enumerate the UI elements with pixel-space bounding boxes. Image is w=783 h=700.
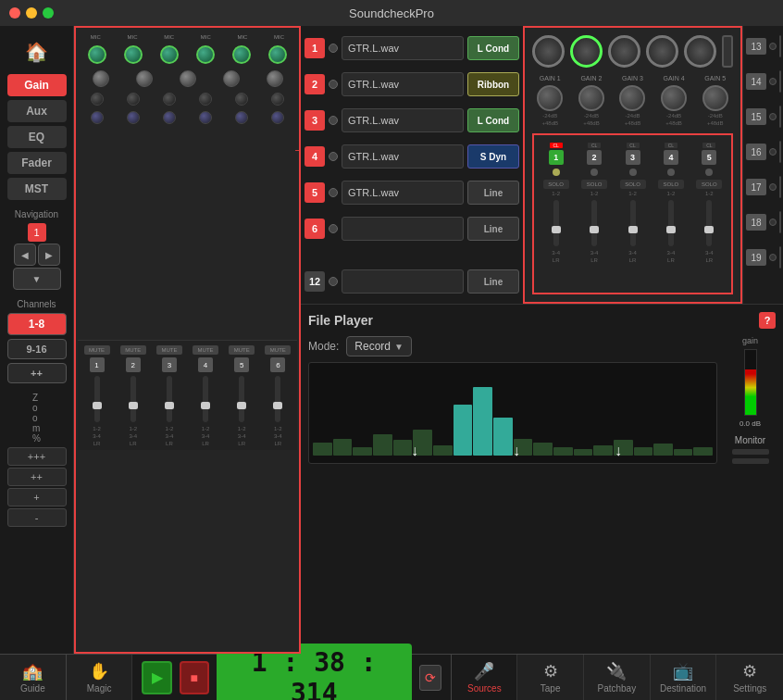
gain-knob-3[interactable]: [160, 45, 179, 64]
aux-knob-1[interactable]: [93, 70, 109, 87]
mute-btn-6[interactable]: MUTE: [265, 345, 291, 355]
mon-fader-1[interactable]: [553, 200, 559, 246]
xlr-input-1[interactable]: [532, 35, 565, 68]
fader-track-5[interactable]: [239, 376, 244, 422]
close-button[interactable]: [9, 7, 20, 19]
rt-name-16[interactable]: [779, 141, 781, 163]
zoom-p-button[interactable]: +: [7, 488, 67, 506]
loop-button[interactable]: ⟳: [419, 665, 442, 691]
eq-knob-2[interactable]: [127, 93, 140, 106]
stop-button[interactable]: ■: [180, 661, 209, 694]
preamp-knob-5[interactable]: [702, 85, 728, 111]
rt-name-17[interactable]: [779, 176, 781, 198]
preamp-knob-2[interactable]: [578, 85, 604, 111]
mode-select[interactable]: Record ▼: [346, 336, 412, 356]
patchbay-tab[interactable]: 🔌 Patchbay: [584, 655, 651, 701]
ch-file-5[interactable]: GTR.L.wav: [342, 181, 464, 205]
preamp-knob-4[interactable]: [661, 85, 687, 111]
mute-btn-1[interactable]: MUTE: [84, 345, 110, 355]
aux-knob-5[interactable]: [267, 70, 283, 87]
solo-btn-2[interactable]: SOLO: [581, 180, 607, 189]
xlr-input-6[interactable]: [722, 35, 733, 68]
mon-fader-2[interactable]: [591, 200, 597, 246]
low-knob-3[interactable]: [163, 111, 176, 124]
xlr-input-4[interactable]: [646, 35, 678, 68]
gain-knob-6[interactable]: [268, 45, 287, 64]
sources-tab[interactable]: 🎤 Sources: [451, 655, 517, 701]
nav-left-button[interactable]: ◀: [14, 244, 36, 266]
mon-fader-5[interactable]: [706, 200, 712, 246]
solo-btn-5[interactable]: SOLO: [696, 180, 722, 189]
destination-tab[interactable]: 📺 Destination: [651, 655, 717, 701]
nav-down-button[interactable]: ▼: [13, 268, 61, 290]
xlr-input-5[interactable]: [684, 35, 716, 68]
play-button[interactable]: ▶: [142, 661, 171, 694]
eq-knob-6[interactable]: [271, 93, 284, 106]
aux-knob-2[interactable]: [136, 70, 153, 87]
zoom-pp-button[interactable]: ++: [7, 468, 67, 486]
channels-pp-button[interactable]: ++: [7, 363, 67, 383]
low-knob-6[interactable]: [271, 111, 284, 124]
xlr-input-2[interactable]: [570, 35, 603, 68]
low-knob-2[interactable]: [127, 111, 140, 124]
rt-name-15[interactable]: [779, 106, 781, 128]
channels-9-16-button[interactable]: 9-16: [7, 339, 67, 359]
file-player-help-button[interactable]: ?: [759, 312, 776, 329]
zoom-ppp-button[interactable]: +++: [7, 447, 67, 466]
gain-knob-5[interactable]: [232, 45, 251, 64]
mute-btn-2[interactable]: MUTE: [120, 345, 146, 355]
fader-track-6[interactable]: [275, 376, 280, 422]
maximize-button[interactable]: [43, 7, 54, 19]
low-knob-4[interactable]: [199, 111, 212, 124]
rt-name-18[interactable]: [779, 211, 781, 233]
fader-track-1[interactable]: [94, 376, 100, 422]
solo-btn-3[interactable]: SOLO: [620, 180, 646, 189]
gain-knob-4[interactable]: [196, 45, 215, 64]
channels-1-8-button[interactable]: 1-8: [7, 313, 67, 335]
fader-track-3[interactable]: [167, 376, 172, 422]
ch-src-5[interactable]: Line: [467, 181, 519, 205]
aux-knob-3[interactable]: [180, 70, 196, 87]
zoom-m-button[interactable]: -: [7, 508, 67, 527]
rt-name-13[interactable]: [779, 35, 781, 57]
eq-knob-4[interactable]: [199, 93, 212, 106]
gain-knob-2[interactable]: [124, 45, 143, 64]
mst-button[interactable]: MST: [7, 178, 67, 200]
ch-src-2[interactable]: Ribbon: [467, 72, 519, 96]
settings-tab[interactable]: ⚙ Settings: [716, 655, 783, 701]
fader-track-2[interactable]: [130, 376, 136, 422]
aux-button[interactable]: Aux: [7, 100, 67, 122]
ch-src-3[interactable]: L Cond: [467, 108, 519, 132]
fader-track-4[interactable]: [203, 376, 208, 422]
preamp-knob-1[interactable]: [537, 85, 563, 111]
rt-name-19[interactable]: [779, 246, 781, 269]
gain-knob-1[interactable]: [88, 45, 106, 64]
mute-btn-4[interactable]: MUTE: [193, 345, 218, 355]
eq-knob-3[interactable]: [163, 93, 176, 106]
ch-file-2[interactable]: GTR.L.wav: [342, 72, 464, 96]
minimize-button[interactable]: [26, 7, 37, 19]
nav-right-button[interactable]: ▶: [38, 244, 60, 266]
ch-src-4[interactable]: S Dyn: [467, 144, 519, 169]
eq-knob-1[interactable]: [91, 93, 104, 106]
preamp-knob-3[interactable]: [619, 85, 645, 111]
ch-file-6[interactable]: [342, 217, 464, 241]
ch-src-1[interactable]: L Cond: [467, 36, 519, 60]
aux-knob-4[interactable]: [223, 70, 240, 87]
tape-tab[interactable]: ⚙ Tape: [517, 655, 584, 701]
ch-file-12[interactable]: [342, 269, 464, 294]
gain-button[interactable]: Gain: [7, 74, 67, 96]
mute-btn-3[interactable]: MUTE: [156, 345, 182, 355]
solo-btn-1[interactable]: SOLO: [543, 180, 569, 189]
eq-knob-5[interactable]: [235, 93, 248, 106]
ch-src-6[interactable]: Line: [467, 217, 519, 241]
fader-button[interactable]: Fader: [7, 152, 67, 174]
ch-file-4[interactable]: GTR.L.wav: [342, 144, 464, 169]
ch-src-12[interactable]: Line: [467, 269, 519, 294]
low-knob-5[interactable]: [235, 111, 248, 124]
rt-name-14[interactable]: [779, 70, 781, 93]
ch-file-3[interactable]: GTR.L.wav: [342, 108, 464, 132]
mon-fader-4[interactable]: [668, 200, 674, 246]
low-knob-1[interactable]: [91, 111, 104, 124]
eq-button[interactable]: EQ: [7, 126, 67, 148]
